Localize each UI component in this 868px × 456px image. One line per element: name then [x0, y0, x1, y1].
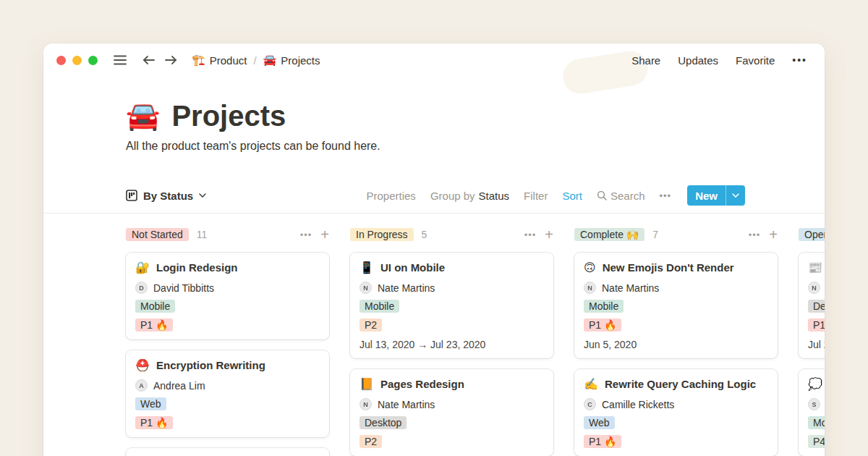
construction-crane-icon: 🏗️	[192, 54, 205, 67]
assignee-name: Nate Martins	[602, 282, 659, 294]
card-title: New Emojis Don't Render	[603, 261, 734, 274]
window-topbar: 🏗️ Product / 🚘 Projects Share Updates Fa…	[43, 43, 825, 77]
group-by-value: Status	[479, 190, 510, 202]
avatar: N	[808, 282, 820, 294]
breadcrumb: 🏗️ Product / 🚘 Projects	[192, 54, 320, 67]
card-ui-on-mobile[interactable]: 📱 UI on Mobile N Nate Martins Mobile P2 …	[350, 253, 553, 358]
card-title: UI on Mobile	[380, 261, 445, 274]
page-title-text: Projects	[171, 98, 286, 133]
card-clipped-2[interactable]: 💭 C S S Mob P4	[799, 369, 825, 456]
upside-down-face-icon: 🙃	[584, 261, 596, 274]
column-count: 11	[197, 229, 208, 240]
mobile-phone-icon: 📱	[359, 261, 374, 274]
card-new-emojis-dont-render[interactable]: 🙃 New Emojis Don't Render N Nate Martins…	[574, 253, 778, 358]
sort-button[interactable]: Sort	[562, 190, 582, 202]
priority-tag: P1 🔥	[808, 318, 825, 332]
column-count: 7	[652, 229, 658, 240]
sidebar-menu-icon[interactable]	[111, 51, 129, 69]
avatar: A	[135, 379, 148, 392]
properties-button[interactable]: Properties	[367, 190, 416, 202]
column-header: Open	[799, 227, 825, 242]
window-controls	[56, 56, 98, 65]
platform-tag: Mobile	[359, 300, 399, 313]
column-header: Not Started 11 ••• +	[126, 227, 329, 242]
column-header: In Progress 5 ••• +	[350, 227, 553, 242]
updates-button[interactable]: Updates	[678, 54, 718, 67]
favorite-button[interactable]: Favorite	[736, 54, 775, 67]
platform-tag: Mobile	[584, 300, 624, 313]
platform-tag: Desktop	[359, 416, 407, 429]
toolbar-menu: Properties Group by Status Filter Sort S…	[367, 185, 746, 206]
avatar: C	[584, 398, 596, 410]
assignee-name: Nate Martins	[378, 282, 435, 294]
assignee-name: Nate Martins	[378, 399, 435, 410]
card-login-redesign[interactable]: 🔐 Login Redesign D David Tibbitts Mobile…	[126, 253, 329, 339]
column-status-pill[interactable]: Not Started	[126, 228, 189, 241]
column-in-progress: In Progress 5 ••• + 📱 UI on Mobile N Nat…	[350, 227, 553, 456]
avatar: N	[359, 282, 372, 294]
page-description: All the product team's projects can be f…	[126, 140, 825, 153]
column-more-button[interactable]: •••	[749, 229, 761, 240]
platform-tag: Web	[584, 416, 615, 429]
assignee-name: David Tibbitts	[153, 282, 214, 294]
notion-app-window: 🏗️ Product / 🚘 Projects Share Updates Fa…	[43, 43, 825, 456]
breadcrumb-item-projects[interactable]: 🚘 Projects	[263, 54, 320, 67]
breadcrumb-item-product[interactable]: 🏗️ Product	[192, 54, 247, 67]
new-button-chevron[interactable]	[726, 185, 745, 206]
platform-tag: Web	[135, 397, 166, 410]
partial-card[interactable]	[126, 448, 329, 456]
column-not-started: Not Started 11 ••• + 🔐 Login Redesign D …	[126, 227, 329, 456]
column-status-pill[interactable]: In Progress	[350, 228, 414, 241]
column-status-pill[interactable]: Complete 🙌	[574, 228, 644, 241]
view-toolbar: By Status Properties Group by Status Fil…	[126, 185, 745, 206]
red-car-page-icon[interactable]: 🚘	[126, 98, 160, 133]
newspaper-icon: 📰	[808, 261, 822, 274]
more-options-button[interactable]: •••	[792, 54, 807, 66]
view-name: By Status	[143, 190, 193, 202]
column-add-button[interactable]: +	[545, 228, 553, 241]
column-add-button[interactable]: +	[320, 228, 329, 241]
column-count: 5	[422, 229, 427, 240]
column-more-button[interactable]: •••	[300, 229, 312, 240]
search-button[interactable]: Search	[597, 190, 645, 202]
group-by-label: Group by	[430, 190, 475, 202]
card-date-range: Jul 13, 2020 → Jul 23, 2020	[359, 339, 544, 350]
avatar: S	[808, 398, 820, 410]
card-title: Rewrite Query Caching Logic	[605, 378, 756, 390]
writing-hand-icon: ✍️	[584, 377, 598, 391]
kanban-board: Not Started 11 ••• + 🔐 Login Redesign D …	[126, 227, 825, 456]
back-arrow-icon[interactable]	[140, 51, 158, 69]
breadcrumb-label: Product	[210, 54, 247, 67]
column-more-button[interactable]: •••	[524, 229, 537, 240]
column-complete: Complete 🙌 7 ••• + 🙃 New Emojis Don't Re…	[574, 227, 778, 456]
orange-book-icon: 📙	[359, 377, 374, 391]
column-open: Open 📰 P N N Des P1 🔥 Jul 2 💭 C	[799, 227, 825, 456]
card-rewrite-query-caching-logic[interactable]: ✍️ Rewrite Query Caching Logic C Camille…	[574, 369, 778, 456]
filter-button[interactable]: Filter	[524, 190, 548, 202]
avatar: N	[584, 282, 596, 294]
toolbar-more-button[interactable]: •••	[660, 190, 672, 201]
group-by-button[interactable]: Group by Status	[430, 190, 509, 202]
card-date: Jun 5, 2020	[584, 339, 768, 350]
new-button[interactable]: New	[687, 185, 745, 206]
forward-arrow-icon[interactable]	[161, 51, 180, 69]
column-add-button[interactable]: +	[769, 228, 778, 241]
view-switcher[interactable]: By Status	[126, 190, 206, 202]
close-window-button[interactable]	[56, 56, 66, 65]
breadcrumb-label: Projects	[281, 54, 320, 67]
card-title: Login Redesign	[156, 261, 238, 274]
minimize-window-button[interactable]	[72, 56, 82, 65]
card-title: Encryption Rewriting	[156, 359, 265, 371]
card-encryption-rewriting[interactable]: ⛑️ Encryption Rewriting A Andrea Lim Web…	[126, 350, 329, 437]
card-clipped-1[interactable]: 📰 P N N Des P1 🔥 Jul 2	[799, 253, 825, 358]
platform-tag: Des	[808, 300, 825, 313]
platform-tag: Mobile	[135, 300, 175, 313]
column-status-pill[interactable]: Open	[799, 228, 825, 241]
toolbar-divider	[43, 213, 825, 214]
share-button[interactable]: Share	[631, 54, 660, 67]
card-pages-redesign[interactable]: 📙 Pages Redesign N Nate Martins Desktop …	[350, 369, 553, 456]
priority-tag: P4	[808, 435, 825, 448]
priority-tag: P1 🔥	[584, 435, 621, 448]
page-header: 🚘 Projects All the product team's projec…	[126, 98, 825, 153]
zoom-window-button[interactable]	[88, 56, 98, 65]
